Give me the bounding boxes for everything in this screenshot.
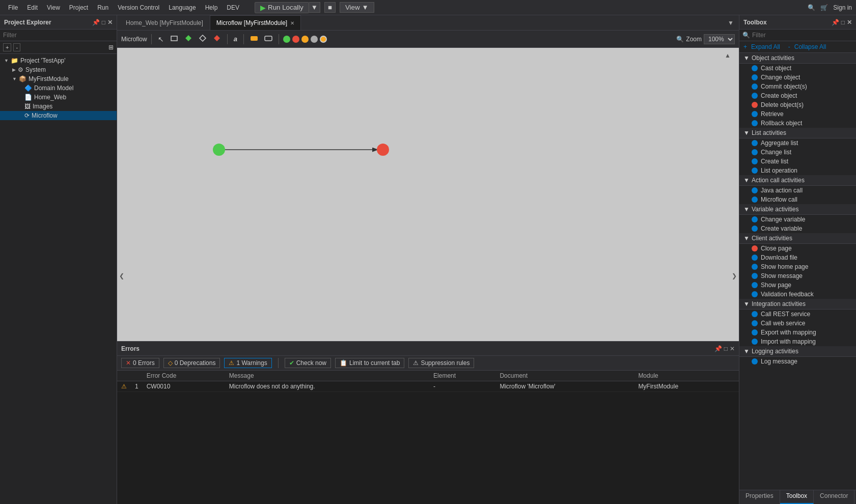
expand-all-button[interactable]: Expand All [751, 43, 780, 50]
pin-icon[interactable]: 📌 [714, 345, 722, 352]
toolbox-item-rollback-object[interactable]: Rollback object [739, 119, 856, 128]
tree-item-domain-model[interactable]: 🔷 Domain Model [0, 83, 117, 93]
section-variable-activities[interactable]: ▼ Variable activities [739, 204, 856, 215]
toolbox-item-download-file[interactable]: Download file [739, 253, 856, 262]
toolbox-item-java-action-call[interactable]: Java action call [739, 186, 856, 195]
menu-edit[interactable]: Edit [23, 2, 42, 13]
toolbox-item-cast-object[interactable]: Cast object [739, 64, 856, 73]
toolbox-item-call-rest[interactable]: Call REST service [739, 310, 856, 319]
canvas-nav-right[interactable]: ❯ [730, 270, 739, 282]
event-exclusive-button[interactable] [197, 33, 209, 45]
menu-project[interactable]: Project [65, 2, 92, 13]
errors-filter-button[interactable]: ✕ 0 Errors [121, 358, 159, 368]
tree-item-project[interactable]: ▼ 📁 Project 'TestApp' [0, 56, 117, 65]
canvas-nav-up[interactable]: ▲ [723, 50, 733, 61]
loop-button[interactable] [262, 33, 274, 45]
pointer-tool-button[interactable]: ↖ [156, 34, 166, 44]
toolbox-filter-input[interactable] [752, 32, 853, 39]
tree-item-system[interactable]: ▶ ⚙ System [0, 65, 117, 74]
toolbox-item-call-web-service[interactable]: Call web service [739, 319, 856, 328]
tree-add-button[interactable]: + [3, 43, 11, 51]
toolbox-item-validation-feedback[interactable]: Validation feedback [739, 290, 856, 299]
tree-layout-icon[interactable]: ⊞ [108, 44, 114, 51]
toolbox-item-delete-objects[interactable]: Delete object(s) [739, 100, 856, 109]
toolbox-item-list-operation[interactable]: List operation [739, 166, 856, 175]
menu-dev[interactable]: DEV [223, 2, 243, 13]
menu-view[interactable]: View [43, 2, 64, 13]
stop-button[interactable]: ■ [324, 2, 336, 13]
toolbox-item-create-object[interactable]: Create object [739, 91, 856, 100]
show-page-icon [752, 282, 758, 288]
suppression-rules-button[interactable]: ⚠ Suppression rules [408, 358, 474, 368]
section-object-activities[interactable]: ▼ Object activities [739, 53, 856, 64]
menu-run[interactable]: Run [93, 2, 113, 13]
project-explorer-filter-input[interactable] [3, 32, 114, 39]
toolbox-item-show-page[interactable]: Show page [739, 281, 856, 290]
float-icon[interactable]: □ [841, 19, 845, 26]
toolbox-item-commit-objects[interactable]: Commit object(s) [739, 82, 856, 91]
search-icon[interactable]: 🔍 [808, 4, 815, 11]
float-icon[interactable]: □ [102, 19, 105, 26]
java-action-icon [752, 187, 758, 193]
check-now-button[interactable]: ✔ Check now [285, 358, 331, 368]
toolbox-item-create-list[interactable]: Create list [739, 157, 856, 166]
tree-collapse-button[interactable]: - [13, 43, 20, 51]
tab-microflow[interactable]: Microflow [MyFirstModule] ✕ [210, 15, 301, 30]
run-locally-button[interactable]: ▶ Run Locally [255, 2, 309, 13]
event-start-button[interactable] [182, 33, 195, 45]
section-list-activities[interactable]: ▼ List activities [739, 128, 856, 138]
tree-item-microflow[interactable]: ⟳ Microflow [0, 111, 117, 120]
toolbox-item-close-page[interactable]: Close page [739, 244, 856, 253]
toolbox-item-change-list[interactable]: Change list [739, 148, 856, 157]
tab-properties[interactable]: Properties [739, 490, 780, 504]
tab-connector[interactable]: Connector [814, 490, 854, 504]
tree-item-images[interactable]: 🖼 Images [0, 102, 117, 111]
table-row[interactable]: ⚠ 1 CW0010 Microflow does not do anythin… [117, 381, 739, 392]
sign-in-button[interactable]: Sign in [833, 4, 852, 11]
toolbox-item-microflow-call[interactable]: Microflow call [739, 195, 856, 204]
collapse-all-button[interactable]: Collapse All [794, 43, 826, 50]
toolbox-item-create-variable[interactable]: Create variable [739, 224, 856, 233]
float-icon[interactable]: □ [724, 345, 728, 352]
close-panel-icon[interactable]: ✕ [730, 345, 735, 352]
activity-button[interactable] [248, 33, 260, 45]
close-panel-icon[interactable]: ✕ [107, 19, 113, 26]
limit-to-tab-button[interactable]: 📋 Limit to current tab [335, 358, 404, 368]
menu-language[interactable]: Language [164, 2, 200, 13]
tab-toolbox[interactable]: Toolbox [780, 490, 814, 504]
menu-version-control[interactable]: Version Control [114, 2, 163, 13]
deprecations-filter-button[interactable]: ◇ 0 Deprecations [163, 358, 220, 368]
toolbox-item-change-object[interactable]: Change object [739, 73, 856, 82]
tab-home-web[interactable]: Home_Web [MyFirstModule] [119, 15, 210, 30]
cart-icon[interactable]: 🛒 [820, 4, 828, 11]
view-button[interactable]: View ▼ [340, 2, 374, 13]
tab-scroll-icon[interactable]: ▼ [725, 19, 737, 26]
canvas-nav-left[interactable]: ❮ [117, 270, 126, 282]
pin-icon[interactable]: 📌 [832, 19, 839, 26]
zoom-select[interactable]: 100% 75% 50% 150% [704, 34, 735, 44]
toolbox-item-show-message[interactable]: Show message [739, 271, 856, 281]
annotation-button[interactable]: a [232, 34, 239, 44]
toolbox-item-log-message[interactable]: Log message [739, 357, 856, 366]
section-logging-activities[interactable]: ▼ Logging activities [739, 346, 856, 357]
section-client-activities[interactable]: ▼ Client activities [739, 233, 856, 244]
section-integration-activities[interactable]: ▼ Integration activities [739, 299, 856, 310]
tree-item-myfirstmodule[interactable]: ▼ 📦 MyFirstModule [0, 74, 117, 83]
tree-item-home-web[interactable]: 📄 Home_Web [0, 93, 117, 102]
close-panel-icon[interactable]: ✕ [847, 19, 852, 26]
toolbox-item-aggregate-list[interactable]: Aggregate list [739, 138, 856, 148]
warnings-filter-button[interactable]: ⚠ 1 Warnings [224, 358, 271, 368]
entity-tool-button[interactable] [168, 33, 180, 45]
section-action-call-activities[interactable]: ▼ Action call activities [739, 175, 856, 186]
toolbox-item-import-with-mapping[interactable]: Import with mapping [739, 337, 856, 346]
run-locally-dropdown[interactable]: ▼ [309, 2, 320, 13]
toolbox-item-retrieve[interactable]: Retrieve [739, 109, 856, 119]
event-end-button[interactable] [211, 33, 223, 45]
toolbox-item-change-variable[interactable]: Change variable [739, 215, 856, 224]
pin-icon[interactable]: 📌 [92, 19, 100, 26]
menu-help[interactable]: Help [201, 2, 222, 13]
toolbox-item-export-with-mapping[interactable]: Export with mapping [739, 328, 856, 337]
tab-close-icon[interactable]: ✕ [290, 20, 294, 26]
toolbox-item-show-home-page[interactable]: Show home page [739, 262, 856, 271]
menu-file[interactable]: File [4, 2, 22, 13]
